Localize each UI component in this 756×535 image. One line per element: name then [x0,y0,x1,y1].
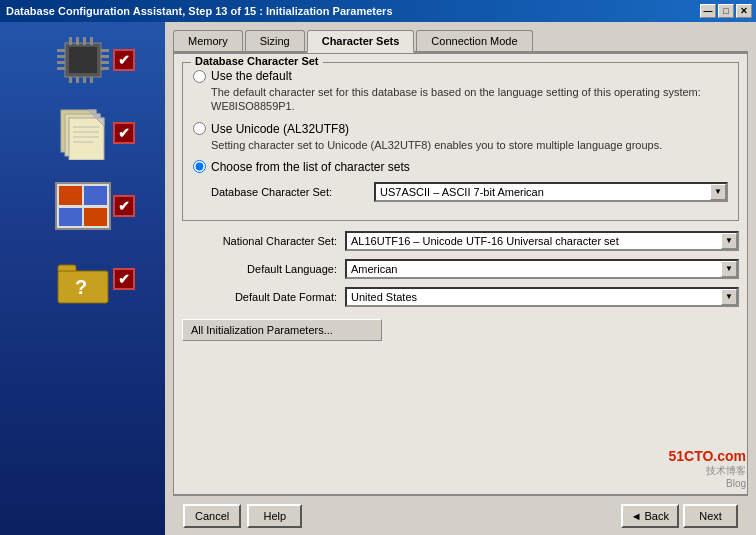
close-button[interactable]: ✕ [736,4,752,18]
documents-icon [50,105,115,160]
svg-rect-29 [59,186,82,205]
db-charset-group: Database Character Set Use the default T… [182,62,739,221]
checkmark-badge-2: ✔ [113,122,135,144]
group-box-title: Database Character Set [191,55,323,67]
sidebar: ✔ [0,22,165,535]
help-button[interactable]: Help [247,504,302,528]
tab-memory[interactable]: Memory [173,30,243,51]
form-section: National Character Set: AL16UTF16 – Unic… [182,231,739,307]
db-charset-select[interactable]: US7ASCII – ASCII 7-bit American AL32UTF8… [374,182,728,202]
db-charset-select-wrapper: US7ASCII – ASCII 7-bit American AL32UTF8… [374,182,728,202]
sidebar-item-1: ✔ [23,32,143,87]
svg-rect-13 [90,37,93,45]
default-language-row: Default Language: American ▼ [182,259,739,279]
national-charset-row: National Character Set: AL16UTF16 – Unic… [182,231,739,251]
sidebar-item-3: ✔ [23,178,143,233]
svg-rect-3 [57,55,65,58]
window-title: Database Configuration Assistant, Step 1… [6,5,393,17]
national-charset-label: National Character Set: [182,235,337,247]
radio-use-unicode-desc: Setting character set to Unicode (AL32UT… [211,138,728,152]
national-charset-select[interactable]: AL16UTF16 – Unicode UTF-16 Universal cha… [345,231,739,251]
svg-rect-8 [101,61,109,64]
svg-rect-6 [101,49,109,52]
main-panel: Database Character Set Use the default T… [173,53,748,495]
default-date-format-row: Default Date Format: United States ▼ [182,287,739,307]
checkmark-badge-4: ✔ [113,268,135,290]
radio-choose-list-label[interactable]: Choose from the list of character sets [211,160,410,174]
radio-choose-list: Choose from the list of character sets D… [193,160,728,202]
default-language-select[interactable]: American [345,259,739,279]
tab-connection-mode[interactable]: Connection Mode [416,30,532,51]
default-date-format-select-wrapper: United States ▼ [345,287,739,307]
tabs-container: Memory Sizing Character Sets Connection … [173,30,748,53]
main-container: ✔ [0,22,756,535]
nav-bar: Cancel Help ◄ Back Next [173,495,748,535]
svg-rect-17 [90,77,93,83]
nav-left-buttons: Cancel Help [183,504,302,528]
default-date-format-select[interactable]: United States [345,287,739,307]
svg-text:?: ? [74,276,86,298]
cancel-button[interactable]: Cancel [183,504,241,528]
maximize-button[interactable]: □ [718,4,734,18]
db-charset-select-row: Database Character Set: US7ASCII – ASCII… [211,182,728,202]
svg-rect-12 [83,37,86,45]
db-charset-label: Database Character Set: [211,186,366,198]
radio-use-unicode: Use Unicode (AL32UTF8) Setting character… [193,122,728,152]
next-button[interactable]: Next [683,504,738,528]
sidebar-item-4: ? ✔ [23,251,143,306]
svg-rect-30 [84,186,107,205]
all-initialization-params-button[interactable]: All Initialization Parameters... [182,319,382,341]
back-label: Back [645,510,669,522]
svg-rect-15 [76,77,79,83]
svg-rect-16 [83,77,86,83]
svg-rect-22 [69,118,104,160]
svg-rect-31 [59,208,82,226]
svg-rect-7 [101,55,109,58]
sidebar-item-2: ✔ [23,105,143,160]
svg-rect-1 [69,47,97,73]
checkmark-badge-3: ✔ [113,195,135,217]
default-language-select-wrapper: American ▼ [345,259,739,279]
default-language-label: Default Language: [182,263,337,275]
radio-use-default: Use the default The default character se… [193,69,728,114]
svg-rect-10 [69,37,72,45]
svg-rect-2 [57,49,65,52]
radio-use-unicode-label[interactable]: Use Unicode (AL32UTF8) [211,122,349,136]
radio-use-default-input[interactable] [193,70,206,83]
tab-sizing[interactable]: Sizing [245,30,305,51]
window-controls: — □ ✕ [700,4,752,18]
nav-right-buttons: ◄ Back Next [621,504,738,528]
svg-rect-5 [57,67,65,70]
radio-choose-list-input[interactable] [193,160,206,173]
svg-rect-11 [76,37,79,45]
minimize-button[interactable]: — [700,4,716,18]
national-charset-select-wrapper: AL16UTF16 – Unicode UTF-16 Universal cha… [345,231,739,251]
svg-rect-4 [57,61,65,64]
svg-rect-32 [84,208,107,226]
tab-character-sets[interactable]: Character Sets [307,30,415,53]
checkmark-badge-1: ✔ [113,49,135,71]
back-arrow-icon: ◄ [631,510,642,522]
radio-use-unicode-input[interactable] [193,122,206,135]
radio-use-default-label[interactable]: Use the default [211,69,292,83]
grid-icon [50,178,115,233]
default-date-format-label: Default Date Format: [182,291,337,303]
folder-icon: ? [50,251,115,306]
svg-rect-14 [69,77,72,83]
title-bar: Database Configuration Assistant, Step 1… [0,0,756,22]
chip-icon [50,32,115,87]
svg-rect-9 [101,67,109,70]
radio-use-default-desc: The default character set for this datab… [211,85,728,114]
back-button[interactable]: ◄ Back [621,504,679,528]
